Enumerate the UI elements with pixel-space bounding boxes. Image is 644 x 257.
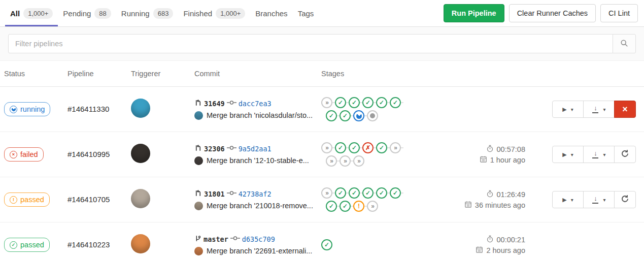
triggerer-avatar[interactable] (131, 144, 150, 163)
stage-passed-icon[interactable]: ✓ (335, 142, 346, 153)
commit-icon (227, 144, 236, 153)
retry-pipeline-button[interactable] (614, 191, 636, 208)
stage-skipped-icon[interactable]: » (340, 155, 351, 167)
status-failed-icon: × (10, 151, 17, 158)
artifacts-dropdown[interactable]: ↓ ▾ (583, 101, 615, 118)
retry-pipeline-button[interactable] (614, 146, 636, 163)
stage-passed-icon[interactable]: ✓ (321, 239, 332, 250)
stage-passed-icon[interactable]: ✓ (340, 201, 351, 212)
artifacts-dropdown[interactable]: ↓ ▾ (583, 146, 615, 163)
time-cell: 00:57:08 1 hour ago (436, 145, 525, 165)
status-badge[interactable]: ✓ passed (4, 238, 50, 252)
commit-message-link[interactable]: Merge branch '210018-remove... (207, 202, 313, 210)
commit-icon (230, 235, 240, 244)
search-button[interactable] (613, 34, 636, 53)
ci-lint-button[interactable]: CI Lint (600, 4, 638, 22)
ref-link[interactable]: 32306 (204, 145, 225, 153)
manual-jobs-dropdown[interactable]: ▶ ▾ (552, 146, 584, 163)
stage-skipped-icon[interactable]: » (326, 155, 337, 167)
retry-icon (621, 149, 629, 159)
stage-passed-icon[interactable]: ✓ (362, 187, 374, 199)
stage-passed-icon[interactable]: ✓ (326, 201, 337, 212)
pipeline-id-link[interactable]: #146410705 (67, 195, 110, 204)
tab-branches[interactable]: Branches (250, 0, 292, 26)
stage-skipped-icon[interactable]: » (353, 155, 364, 167)
stage-connector (401, 102, 403, 103)
stage-passed-icon[interactable]: ✓ (335, 97, 346, 108)
pipeline-id-link[interactable]: #146411330 (67, 105, 109, 113)
pipeline-age: 2 hours ago (486, 246, 525, 254)
tab-label: Pending (63, 9, 91, 18)
pipeline-actions: ▶ ▾ ↓ ▾ (552, 191, 636, 208)
commit-author-avatar[interactable] (194, 156, 203, 165)
calendar-icon (464, 201, 472, 210)
calendar-icon (476, 246, 483, 255)
stage-passed-icon[interactable]: ✓ (326, 110, 337, 121)
stages-graph-row1: »✓✓✗✓» (321, 141, 436, 154)
stage-passed-icon[interactable]: ✓ (362, 97, 374, 108)
cancel-icon: × (622, 105, 628, 114)
stage-passed-icon[interactable]: ✓ (349, 142, 360, 153)
filter-pipelines-input[interactable] (8, 34, 613, 53)
stage-skipped-icon[interactable]: » (390, 142, 401, 153)
stage-passed-icon[interactable]: ✓ (340, 110, 351, 121)
commit-author-avatar[interactable] (194, 247, 203, 255)
stage-passed-icon[interactable]: ✓ (349, 187, 360, 199)
cancel-pipeline-button[interactable]: × (614, 101, 636, 118)
header-status: Status (4, 70, 67, 78)
stages-graph-row2: ✓✓!» (326, 200, 436, 213)
stage-running-icon[interactable] (353, 110, 364, 121)
tab-count-badge: 88 (94, 8, 111, 19)
triggerer-avatar[interactable] (131, 234, 150, 253)
status-badge[interactable]: × failed (4, 147, 44, 162)
stage-warning-icon[interactable]: ! (353, 201, 364, 212)
pipeline-id-link[interactable]: #146410995 (67, 150, 110, 158)
search-icon (620, 39, 628, 49)
stage-passed-icon[interactable]: ✓ (376, 97, 387, 108)
manual-jobs-dropdown[interactable]: ▶ ▾ (552, 191, 584, 208)
ref-link[interactable]: 31649 (204, 100, 225, 108)
stage-passed-icon[interactable]: ✓ (376, 187, 387, 199)
pipeline-id-link[interactable]: #146410223 (67, 240, 110, 249)
play-icon: ▶ (562, 197, 566, 203)
stage-skipped-icon[interactable]: » (321, 187, 332, 199)
commit-sha-link[interactable]: 9a5d2aa1 (239, 145, 272, 153)
ref-link[interactable]: 31801 (204, 190, 225, 198)
commit-author-avatar[interactable] (194, 202, 203, 210)
tab-finished[interactable]: Finished 1,000+ (178, 0, 250, 26)
commit-sha-link[interactable]: dacc7ea3 (239, 100, 272, 108)
stage-passed-icon[interactable]: ✓ (376, 142, 387, 153)
ref-link[interactable]: master (204, 235, 228, 243)
stage-passed-icon[interactable]: ✓ (390, 97, 401, 108)
artifacts-dropdown[interactable]: ↓ ▾ (583, 191, 615, 208)
stage-skipped-icon[interactable]: » (367, 201, 378, 212)
stage-created-icon[interactable] (367, 110, 378, 121)
commit-author-avatar[interactable] (194, 111, 203, 120)
commit-message-link[interactable]: Merge branch 'nicolasdular/sto... (207, 111, 313, 119)
stage-passed-icon[interactable]: ✓ (335, 187, 346, 199)
triggerer-avatar[interactable] (131, 189, 150, 208)
stage-skipped-icon[interactable]: » (321, 142, 332, 153)
commit-message-link[interactable]: Merge branch '12-10-stable-e... (207, 156, 309, 165)
stage-passed-icon[interactable]: ✓ (349, 97, 360, 108)
tab-running[interactable]: Running 683 (116, 0, 179, 26)
stopwatch-icon (486, 190, 494, 199)
clear-runner-caches-button[interactable]: Clear Runner Caches (509, 4, 596, 22)
tab-tags[interactable]: Tags (293, 0, 319, 26)
manual-jobs-dropdown[interactable]: ▶ ▾ (552, 101, 584, 118)
tab-pending[interactable]: Pending 88 (58, 0, 116, 26)
triggerer-avatar[interactable] (131, 99, 150, 118)
chevron-down-icon: ▾ (571, 197, 573, 203)
stage-passed-icon[interactable]: ✓ (390, 187, 401, 199)
run-pipeline-button[interactable]: Run Pipeline (444, 4, 504, 22)
stage-skipped-icon[interactable]: » (321, 97, 332, 108)
tab-label: Branches (255, 9, 287, 18)
filter-band (0, 27, 644, 61)
stage-failed-icon[interactable]: ✗ (362, 142, 374, 153)
commit-sha-link[interactable]: 42738af2 (239, 190, 272, 198)
status-badge[interactable]: ! passed (4, 192, 50, 207)
status-badge[interactable]: running (4, 102, 50, 116)
tab-all[interactable]: All 1,000+ (5, 0, 58, 26)
commit-sha-link[interactable]: d635c709 (242, 235, 275, 243)
commit-message-link[interactable]: Merge branch '22691-externali... (207, 247, 312, 255)
